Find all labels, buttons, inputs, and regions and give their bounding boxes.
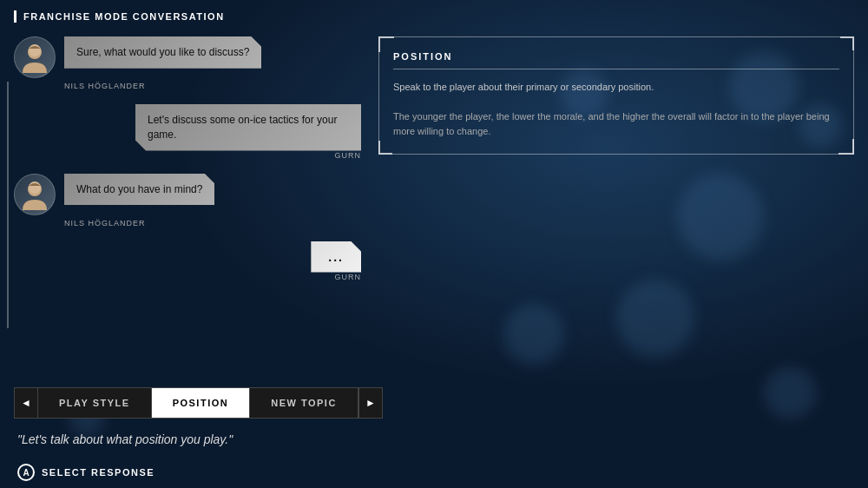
main-container: FRANCHISE MODE CONVERSATION xyxy=(0,0,868,488)
tabs-area: ◄ PLAY STYLE POSITION NEW TOPIC ► xyxy=(0,380,868,419)
info-title: POSITION xyxy=(393,51,839,62)
info-box: POSITION Speak to the player about their… xyxy=(378,36,854,155)
bubble-1: Sure, what would you like to discuss? xyxy=(64,36,261,69)
bubble-2: Let's discuss some on-ice tactics for yo… xyxy=(135,104,361,151)
sender-gurn-1: GURN xyxy=(335,151,362,160)
tab-arrow-right[interactable]: ► xyxy=(358,387,383,419)
header-title: FRANCHISE MODE CONVERSATION xyxy=(23,11,225,22)
info-panel: POSITION Speak to the player about their… xyxy=(378,30,854,380)
header: FRANCHISE MODE CONVERSATION xyxy=(0,0,868,30)
tab-position[interactable]: POSITION xyxy=(152,387,251,419)
chat-message-4: ... GURN xyxy=(14,241,361,281)
avatar-nils-1 xyxy=(14,36,56,78)
tab-play-style[interactable]: PLAY STYLE xyxy=(38,387,152,419)
avatar-nils-2 xyxy=(14,174,56,215)
tab-new-topic[interactable]: NEW TOPIC xyxy=(250,387,358,419)
footer-quote: "Let's talk about what position you play… xyxy=(17,432,851,446)
info-divider xyxy=(393,69,839,69)
tabs-row: ◄ PLAY STYLE POSITION NEW TOPIC ► xyxy=(0,387,868,419)
header-mode: FRANCHISE MODE xyxy=(23,11,128,22)
sender-nils-2: NILS HÖGLANDER xyxy=(64,219,361,228)
chat-message-1: Sure, what would you like to discuss? NI… xyxy=(14,36,361,90)
chat-panel: Sure, what would you like to discuss? NI… xyxy=(14,30,361,380)
info-description: Speak to the player about their primary … xyxy=(393,80,839,96)
footer: "Let's talk about what position you play… xyxy=(0,419,868,488)
bubble-4: ... xyxy=(311,241,361,273)
info-detail: The younger the player, the lower the mo… xyxy=(393,109,839,140)
corner-bl xyxy=(378,141,392,155)
chat-message-3: What do you have in mind? NILS HÖGLANDER xyxy=(14,174,361,228)
content-area: Sure, what would you like to discuss? NI… xyxy=(0,30,868,380)
instruction-icon: A xyxy=(17,464,35,481)
bubble-3: What do you have in mind? xyxy=(64,174,214,206)
sender-gurn-2: GURN xyxy=(335,273,362,281)
instruction-text: SELECT RESPONSE xyxy=(42,467,155,478)
footer-instruction: A SELECT RESPONSE xyxy=(17,464,851,481)
tab-arrow-left[interactable]: ◄ xyxy=(14,387,38,419)
header-bar xyxy=(14,10,16,23)
header-subtitle: CONVERSATION xyxy=(133,11,225,22)
corner-tr xyxy=(840,36,854,50)
sender-nils-1: NILS HÖGLANDER xyxy=(64,82,361,90)
chat-message-2: Let's discuss some on-ice tactics for yo… xyxy=(14,104,361,160)
